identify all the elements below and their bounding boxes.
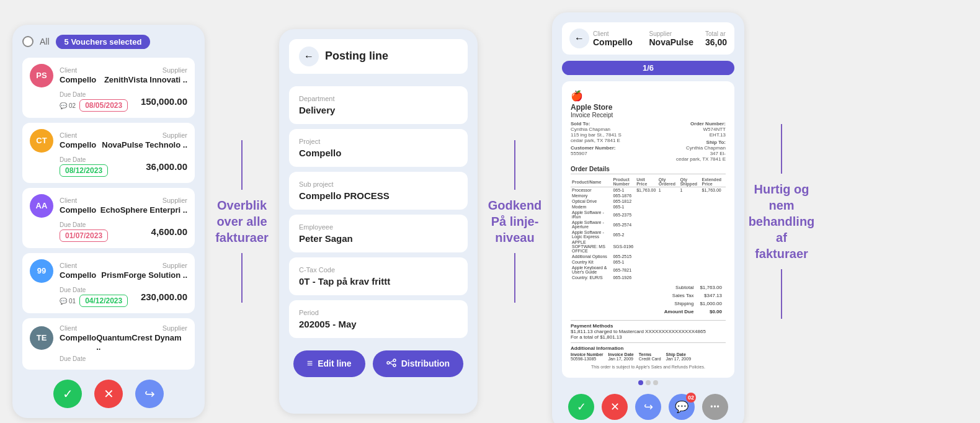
voucher-item-3[interactable]: AA Client Supplier Compello EchoSphere E… <box>22 188 195 248</box>
forward-button-3[interactable]: ↪ <box>635 394 661 420</box>
project-label: Project <box>299 138 458 145</box>
reject-button[interactable]: ✕ <box>94 380 123 408</box>
card1-header: All 5 Vouchers selected <box>22 35 195 49</box>
supplier-label-3: Supplier <box>163 197 187 204</box>
reject-button-3[interactable]: ✕ <box>602 394 628 420</box>
more-button-3[interactable]: ••• <box>702 394 728 420</box>
supplier-name-2: NovaPulse Technolo .. <box>102 140 187 149</box>
card3-header: ← Client Compello Supplier NovaPulse Tot… <box>562 22 734 55</box>
vouchers-badge: 5 Vouchers selected <box>56 35 151 49</box>
avatar-te: TE <box>30 326 53 350</box>
field-subproject: Sub project Compello PROCESS <box>289 172 468 210</box>
approve-button[interactable]: ✓ <box>53 380 82 408</box>
comment-button-3[interactable]: 💬 02 <box>669 394 695 420</box>
employee-value: Peter Sagan <box>299 233 458 244</box>
connector-line-2 <box>514 140 515 190</box>
dot-3 <box>653 380 658 385</box>
posting-line-card: ← Posting line Department Delivery Proje… <box>279 29 478 414</box>
invoice-document: 🍎 Apple Store Invoice Receipt Sold To: C… <box>562 81 734 378</box>
field-department: Department Delivery <box>289 86 468 124</box>
period-value: 202005 - May <box>299 319 458 329</box>
svg-point-1 <box>393 364 396 367</box>
client-label-3h: Client <box>593 30 645 37</box>
connector-3: Hurtig og nembehandling affakturaer <box>744 124 819 319</box>
amount-2: 36,000.00 <box>146 161 187 172</box>
connector-line-1b <box>241 253 243 303</box>
field-ctax: C-Tax Code 0T - Tap på krav frittt <box>289 257 468 295</box>
edit-line-button[interactable]: ≡ Edit line <box>293 350 365 377</box>
card3-actions: ✓ ✕ ↪ 💬 02 ••• <box>562 394 734 420</box>
connector-2: GodkendPå linje-niveau <box>478 140 552 303</box>
client-label-1: Client <box>60 66 77 74</box>
connector-line-3b <box>781 269 782 319</box>
voucher-list-card: All 5 Vouchers selected PS Client Suppli… <box>12 25 205 418</box>
connector-text-1: Overblikover allefakturaer <box>213 190 271 253</box>
period-label: Period <box>299 309 458 316</box>
due-date-label-3: Due Date <box>60 221 108 228</box>
avatar-aa: AA <box>30 194 53 218</box>
page-badge: 1/6 <box>562 61 734 75</box>
due-date-label-1: Due Date <box>60 91 128 98</box>
client-group: Client Compello <box>593 30 645 47</box>
select-all-radio[interactable] <box>22 36 33 47</box>
department-label: Department <box>299 95 458 102</box>
connector-line-1 <box>241 140 243 190</box>
supplier-name-5: QuantumCrest Dynam .. <box>96 333 187 352</box>
voucher-info-5: Client Supplier Compello QuantumCrest Dy… <box>60 324 187 352</box>
distribution-button[interactable]: Distribution <box>373 350 464 377</box>
subproject-value: Compello PROCESS <box>299 190 458 201</box>
apple-logo: 🍎 <box>571 90 726 102</box>
invoice-meta: Sold To: Cynthia Chapman 115 ing bar St.… <box>571 121 726 162</box>
project-value: Compello <box>299 148 458 158</box>
comment-badge-4: 💬01 <box>60 298 76 305</box>
supplier-value-3h: NovaPulse <box>649 37 701 47</box>
voucher-item-1[interactable]: PS Client Supplier Compello ZenithVista … <box>22 58 195 118</box>
client-name-5: Compello <box>60 333 96 352</box>
client-name-2: Compello <box>60 140 96 149</box>
invoice-footer: This order is subject to Apple's Sales a… <box>571 365 726 369</box>
back-button-3[interactable]: ← <box>569 29 589 48</box>
store-name: Apple Store <box>571 103 726 112</box>
total-group: Total ar 36,00 <box>705 30 727 47</box>
approve-button-3[interactable]: ✓ <box>568 394 594 420</box>
supplier-label-2: Supplier <box>163 131 187 139</box>
ctax-label: C-Tax Code <box>299 266 458 274</box>
avatar-ps: PS <box>30 64 53 87</box>
voucher-item-2[interactable]: CT Client Supplier Compello NovaPulse Te… <box>22 123 195 183</box>
main-container: All 5 Vouchers selected PS Client Suppli… <box>12 12 968 423</box>
avatar-99: 99 <box>30 259 53 283</box>
payment-section: Payment Methods $1,811.13 charged to Mas… <box>571 320 726 340</box>
back-button-2[interactable]: ← <box>299 47 319 66</box>
edit-label: Edit line <box>318 358 351 368</box>
client-value-3h: Compello <box>593 37 645 47</box>
card2-actions: ≡ Edit line Distribution <box>289 350 468 377</box>
supplier-name-1: ZenithVista Innovati .. <box>104 75 187 84</box>
invoice-card: ← Client Compello Supplier NovaPulse Tot… <box>552 12 744 423</box>
due-date-label-2: Due Date <box>60 156 108 163</box>
ctax-value: 0T - Tap på krav frittt <box>299 276 458 287</box>
client-label-3: Client <box>60 197 77 204</box>
field-period: Period 202005 - May <box>289 300 468 338</box>
client-label-5: Client <box>60 324 77 332</box>
more-icon: ••• <box>710 403 720 411</box>
card1-actions: ✓ ✕ ↪ <box>22 380 195 408</box>
invoice-table: Product/Name Product Number Unit Price Q… <box>571 177 726 280</box>
doc-title: Invoice Receipt <box>571 112 726 118</box>
dot-indicator <box>562 380 734 385</box>
connector-line-2b <box>514 253 515 303</box>
client-label-2: Client <box>60 131 77 139</box>
posting-line-title: Posting line <box>325 50 388 63</box>
forward-button[interactable]: ↪ <box>135 380 164 408</box>
department-value: Delivery <box>299 105 458 115</box>
due-date-3: 01/07/2023 <box>60 229 108 242</box>
svg-line-3 <box>390 360 393 363</box>
voucher-item-4[interactable]: 99 Client Supplier Compello PrismForge S… <box>22 253 195 313</box>
due-date-label-4: Due Date <box>60 287 128 293</box>
supplier-label-5: Supplier <box>163 324 187 332</box>
voucher-item-5[interactable]: TE Client Supplier Compello QuantumCrest… <box>22 318 195 370</box>
all-label: All <box>40 37 50 47</box>
supplier-group: Supplier NovaPulse <box>649 30 701 47</box>
voucher-info-4: Client Supplier Compello PrismForge Solu… <box>60 262 187 280</box>
amount-4: 230,000.00 <box>141 292 187 302</box>
field-employee: Employeee Peter Sagan <box>289 215 468 252</box>
